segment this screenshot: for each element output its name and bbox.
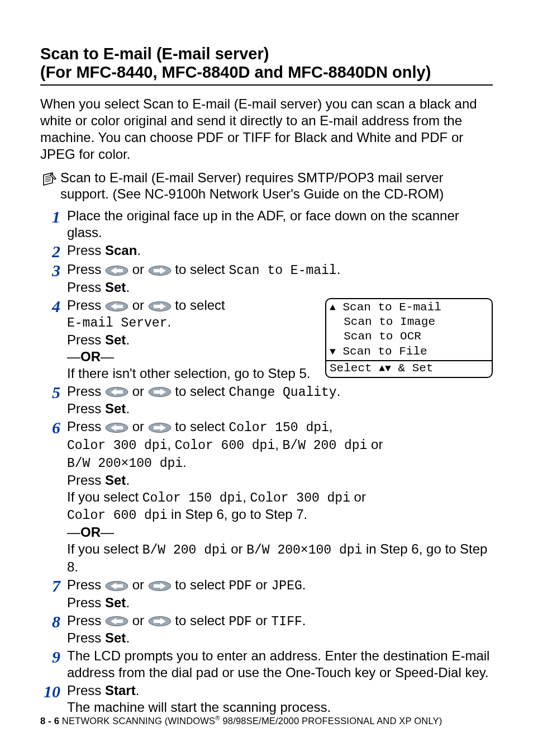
step-body: Press or to select Scan to E-mail. Press… — [67, 261, 493, 296]
text: , — [242, 489, 250, 504]
text: , — [167, 437, 174, 452]
nav-right-icon — [148, 266, 172, 276]
text: or — [350, 489, 366, 504]
step-body: ▲ Scan to E-mail Scan to Image Scan to O… — [67, 297, 493, 382]
nav-left-icon — [105, 301, 129, 311]
text: . — [126, 332, 130, 347]
text: If there isn't other selection, go to St… — [67, 366, 311, 381]
footer-section-b: 98/98SE/ME/2000 PROFESSIONAL AND XP ONLY… — [220, 715, 442, 725]
text: Press — [67, 243, 105, 258]
step-number: 8 — [40, 612, 67, 630]
set-key-label: Set — [105, 401, 126, 416]
down-arrow-icon: ▼ — [385, 362, 391, 375]
step-number: 1 — [40, 207, 67, 225]
menu-option: JPEG — [272, 579, 302, 593]
step-number: 2 — [40, 242, 67, 260]
text: If you select — [67, 489, 142, 504]
text: Press — [67, 332, 105, 347]
menu-option: B/W 200×100 dpi — [67, 456, 183, 471]
text: to select — [172, 262, 229, 277]
lcd-option: Scan to E-mail — [342, 301, 441, 314]
nav-left-icon — [105, 616, 129, 626]
up-arrow-icon: ▲ — [330, 301, 336, 314]
step-8: 8 Press or to select PDF or TIFF. Press … — [40, 612, 493, 647]
text: or — [129, 384, 148, 399]
text: . — [183, 455, 187, 470]
text: Press — [67, 401, 105, 416]
text: . — [302, 577, 306, 592]
or-label: OR — [80, 525, 101, 540]
text: & Set — [391, 362, 434, 375]
section-heading: Scan to E-mail (E-mail server) (For MFC-… — [40, 45, 493, 86]
text: — — [101, 525, 114, 540]
menu-option: B/W 200 dpi — [283, 438, 368, 453]
step-7: 7 Press or to select PDF or JPEG. Press … — [40, 577, 493, 611]
nav-left-icon — [105, 423, 129, 433]
set-key-label: Set — [105, 595, 126, 610]
nav-left-icon — [105, 266, 129, 276]
text: — — [101, 349, 114, 364]
lcd-display: ▲ Scan to E-mail Scan to Image Scan to O… — [325, 298, 493, 378]
text: to select — [172, 613, 229, 628]
nav-right-icon — [148, 301, 172, 311]
note-text: Scan to E-mail (E-mail Server) requires … — [60, 169, 493, 202]
step-10: 10 Press Start. The machine will start t… — [40, 682, 493, 716]
text: Press — [67, 384, 105, 399]
step-number: 6 — [40, 418, 67, 436]
text: Press — [67, 630, 105, 645]
lcd-option: Scan to OCR — [344, 330, 421, 343]
text: . — [137, 243, 141, 258]
step-number: 3 — [40, 261, 67, 279]
intro-paragraph: When you select Scan to E-mail (E-mail s… — [40, 96, 493, 163]
text: or — [252, 577, 272, 592]
step-body: The LCD prompts you to enter an address.… — [67, 648, 493, 681]
menu-option: B/W 200 dpi — [142, 543, 227, 557]
note-icon — [40, 169, 60, 191]
text: . — [126, 472, 130, 488]
text: . — [167, 314, 171, 329]
step-body: Press or to select PDF or TIFF. Press Se… — [67, 612, 493, 647]
text: or — [129, 577, 148, 592]
text: — — [67, 349, 80, 364]
step-2: 2 Press Scan. — [40, 242, 493, 260]
text: or — [129, 262, 148, 277]
step-body: Press or to select Color 150 dpi, Color … — [67, 418, 493, 575]
step-6: 6 Press or to select Color 150 dpi, Colo… — [40, 418, 493, 575]
nav-right-icon — [148, 387, 172, 397]
menu-option: Color 600 dpi — [175, 438, 275, 453]
text: Press — [67, 419, 105, 434]
text: Press — [67, 613, 105, 628]
text: — — [67, 525, 80, 540]
text: . — [136, 683, 140, 698]
heading-line-2: (For MFC-8440, MFC-8840D and MFC-8840DN … — [40, 63, 431, 81]
menu-option: Color 300 dpi — [67, 438, 167, 453]
or-label: OR — [80, 349, 101, 364]
nav-left-icon — [105, 387, 129, 397]
nav-right-icon — [148, 581, 172, 591]
step-body: Press or to select Change Quality. Press… — [67, 383, 493, 418]
lcd-row: Scan to OCR — [330, 329, 488, 344]
text: or — [129, 297, 148, 313]
set-key-label: Set — [105, 472, 126, 488]
text: Press — [67, 683, 105, 698]
menu-option: Color 600 dpi — [67, 508, 167, 523]
text: to select — [172, 577, 229, 592]
step-3: 3 Press or to select Scan to E-mail. Pre… — [40, 261, 493, 296]
set-key-label: Set — [105, 280, 126, 295]
step-number: 10 — [40, 682, 67, 700]
menu-option: Change Quality — [229, 385, 336, 400]
text: or — [367, 437, 383, 452]
nav-left-icon — [105, 581, 129, 591]
steps-list: 1 Place the original face up in the ADF,… — [40, 207, 493, 716]
step-number: 5 — [40, 383, 67, 401]
menu-option: PDF — [229, 615, 251, 629]
menu-option: Color 150 dpi — [142, 491, 242, 505]
text: . — [337, 262, 341, 277]
set-key-label: Set — [105, 332, 126, 347]
step-body: Press Start. The machine will start the … — [67, 682, 493, 716]
step-body: Press or to select PDF or JPEG. Press Se… — [67, 577, 493, 611]
text: The machine will start the scanning proc… — [67, 700, 331, 715]
start-key-label: Start — [105, 683, 136, 698]
menu-option: PDF — [229, 579, 251, 593]
lcd-row: ▲ Scan to E-mail — [330, 300, 488, 315]
